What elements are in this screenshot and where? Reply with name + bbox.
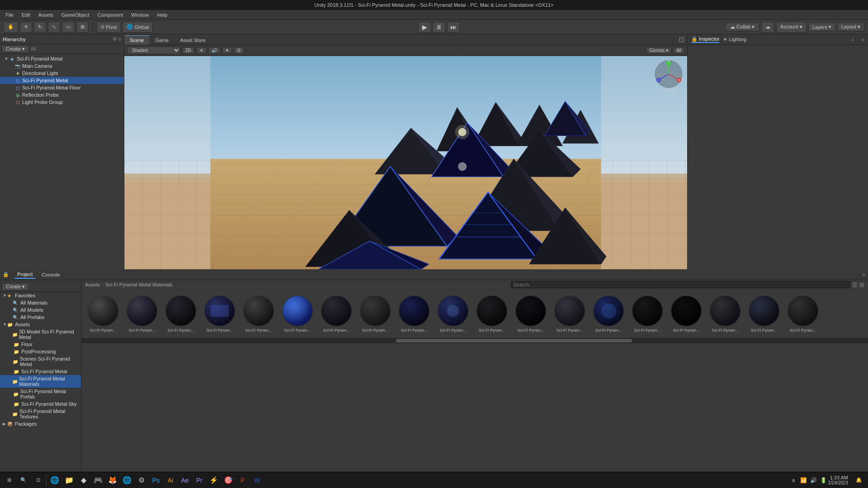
pivot-btn[interactable]: ⊙ Pivot xyxy=(96,22,121,33)
hierarchy-tab[interactable]: Hierarchy xyxy=(3,37,26,42)
menu-help[interactable]: Help xyxy=(153,11,171,19)
proj-scifi-prefab[interactable]: 📁 Sci-Fi Pyramid Metal Prefab xyxy=(0,388,81,400)
taskbar-net[interactable]: 📶 xyxy=(799,476,808,485)
proj-all-materials[interactable]: 🔍 All Materials xyxy=(0,299,81,306)
taskbar-pr[interactable]: Pr xyxy=(192,473,207,488)
global-btn[interactable]: 🌐 Global xyxy=(123,22,153,33)
search-btn-taskbar[interactable]: 🔍 xyxy=(16,473,31,488)
tree-floor[interactable]: ◻ Sci-Fi Pyramid Metal Floor xyxy=(0,84,124,91)
proj-packages[interactable]: ▶ 📦 Packages xyxy=(0,420,81,427)
hand-tool[interactable]: ✋ xyxy=(4,22,18,33)
taskbar-ps[interactable]: Ps xyxy=(149,473,163,488)
layers-dropdown[interactable]: Layers ▾ xyxy=(808,23,835,31)
shaded-dropdown[interactable]: Shaded Wireframe Shaded Wireframe xyxy=(127,47,180,54)
tree-light-probe[interactable]: ⬡ Light Probe Group xyxy=(0,99,124,106)
proj-scifi-materials[interactable]: 📁 Sci-Fi Pyramid Metal Materials xyxy=(0,375,81,388)
hierarchy-create-btn[interactable]: Create ▾ xyxy=(2,45,29,53)
list-item[interactable]: Sci-Fi Pyram... xyxy=(85,293,121,334)
list-item[interactable]: Sci-Fi Pyram... xyxy=(785,293,821,334)
list-item[interactable]: Sci-Fi Pyram... xyxy=(552,293,588,334)
start-btn[interactable]: ⊞ xyxy=(2,473,16,488)
menu-window[interactable]: Window xyxy=(127,11,152,19)
list-item[interactable]: Sci-Fi Pyram... xyxy=(202,293,238,334)
taskbar-word[interactable]: W xyxy=(250,473,264,488)
step-button[interactable]: ⏭ xyxy=(447,22,460,33)
tree-scifi-pyramid[interactable]: ◻ Sci-Fi Pyramid Metal xyxy=(0,77,124,84)
gizmos-btn[interactable]: Gizmos ▾ xyxy=(646,47,671,54)
proj-scifi-sky[interactable]: 📁 Sci-Fi Pyramid Metal Sky xyxy=(0,400,81,408)
account-btn[interactable]: Account ▾ xyxy=(776,22,807,33)
scale-tool[interactable]: ⤡ xyxy=(48,22,60,33)
taskbar-vol[interactable]: 🔊 xyxy=(809,476,818,485)
list-item[interactable]: Sci-Fi Pyram... xyxy=(707,293,743,334)
proj-all-prefabs[interactable]: 🔍 All Prefabs xyxy=(0,314,81,321)
taskbar-unity[interactable]: ◆ xyxy=(76,473,91,488)
taskbar-ppt[interactable]: P xyxy=(236,473,250,488)
2d-btn[interactable]: 2D xyxy=(182,47,194,54)
taskbar-ae[interactable]: Ae xyxy=(178,473,192,488)
layout-dropdown[interactable]: Layout ▾ xyxy=(837,23,864,31)
tree-directional-light[interactable]: ☀ Directional Light xyxy=(0,70,124,77)
taskbar-battery[interactable]: 🔋 xyxy=(819,476,828,485)
tab-project[interactable]: Project xyxy=(14,271,35,279)
hidden-btn[interactable]: ☰ xyxy=(234,47,244,54)
taskbar-app3[interactable]: 🌐 xyxy=(120,473,134,488)
list-item[interactable]: Sci-Fi Pyram... xyxy=(629,293,665,334)
breadcrumb-materials[interactable]: Sci-Fi Pyramid Metal Materials xyxy=(105,282,173,287)
tab-asset-store[interactable]: Asset Store xyxy=(175,36,212,45)
rect-tool[interactable]: ▭ xyxy=(62,22,75,33)
tab-console[interactable]: Console xyxy=(39,271,62,278)
effects-btn[interactable]: ✦ xyxy=(222,47,232,54)
inspector-add-btn[interactable]: + xyxy=(851,37,854,42)
inspector-tab[interactable]: 🔒 Inspector xyxy=(691,36,719,43)
horizontal-scrollbar[interactable] xyxy=(81,338,868,343)
proj-scenes[interactable]: 📁 Scenes Sci-Fi Pyramid Metal xyxy=(0,355,81,368)
menu-assets[interactable]: Assets xyxy=(35,11,57,19)
menu-edit[interactable]: Edit xyxy=(18,11,34,19)
taskbar-app6[interactable]: 🎯 xyxy=(221,473,236,488)
move-tool[interactable]: ✛ xyxy=(20,22,32,33)
scrollbar-thumb[interactable] xyxy=(396,339,632,343)
cloud-build-btn[interactable]: ☁ xyxy=(761,22,774,33)
list-item[interactable]: Sci-Fi Pyram... xyxy=(435,293,471,334)
list-item[interactable]: Sci-Fi Pyram... xyxy=(163,293,199,334)
tab-scene[interactable]: Scene xyxy=(124,35,150,45)
lighting-btn[interactable]: ☀ xyxy=(196,47,207,54)
tree-reflection-probe[interactable]: ◎ Reflection Probe xyxy=(0,91,124,99)
play-button[interactable]: ▶ xyxy=(418,22,431,33)
list-item[interactable]: Sci-Fi Pyram... xyxy=(474,293,510,334)
project-create-btn[interactable]: Create ▾ xyxy=(2,283,29,291)
transform-tool[interactable]: ⊞ xyxy=(76,22,89,33)
collab-button[interactable]: ☁ Collab ▾ xyxy=(725,23,760,31)
proj-postprocessing[interactable]: 📁 PostProcessing xyxy=(0,348,81,355)
taskbar-app5[interactable]: ⚡ xyxy=(207,473,221,488)
list-item[interactable]: Sci-Fi Pyram... xyxy=(357,293,393,334)
search-input[interactable] xyxy=(511,281,850,288)
tab-game[interactable]: Game xyxy=(150,36,175,45)
menu-file[interactable]: File xyxy=(2,11,17,19)
list-item[interactable]: Sci-Fi Pyram... xyxy=(513,293,549,334)
taskbar-chrome[interactable]: 🌐 xyxy=(47,473,62,488)
breadcrumb-assets[interactable]: Assets xyxy=(85,282,100,287)
taskbar-app2[interactable]: 🦊 xyxy=(105,473,120,488)
lighting-tab[interactable]: ☀ Lighting xyxy=(723,37,746,42)
asset-view-toggle[interactable]: ⊞ xyxy=(859,282,864,288)
pause-button[interactable]: ⏸ xyxy=(433,22,445,33)
search-filter-btn[interactable]: ☰ xyxy=(852,282,858,288)
taskbar-up-arrow[interactable]: ∧ xyxy=(789,476,798,485)
proj-scifi-metal[interactable]: 📁 Sci-Fi Pyramid Metal xyxy=(0,368,81,375)
list-item[interactable]: Sci-Fi Pyram... xyxy=(318,293,354,334)
list-item[interactable]: Sci-Fi Pyram... xyxy=(590,293,627,334)
list-item[interactable]: Sci-Fi Pyram... xyxy=(396,293,432,334)
taskbar-time[interactable]: 1:33 AM 2/24/2023 xyxy=(828,475,852,485)
proj-floor[interactable]: 📁 Floor xyxy=(0,341,81,348)
proj-scifi-textures[interactable]: 📁 Sci-Fi Pyramid Metal Textures xyxy=(0,408,81,420)
menu-gameobject[interactable]: GameObject xyxy=(58,11,93,19)
tree-main-camera[interactable]: 📷 Main Camera xyxy=(0,62,124,70)
list-item[interactable]: Sci-Fi Pyram... xyxy=(279,293,316,334)
taskbar-app4[interactable]: ⚙ xyxy=(134,473,149,488)
taskbar-app1[interactable]: 🎮 xyxy=(91,473,105,488)
scene-maximize-btn[interactable]: ⊡ xyxy=(676,34,687,45)
list-item[interactable]: Sci-Fi Pyram... xyxy=(746,293,782,334)
proj-assets-root[interactable]: ▼ 📁 Assets xyxy=(0,321,81,328)
